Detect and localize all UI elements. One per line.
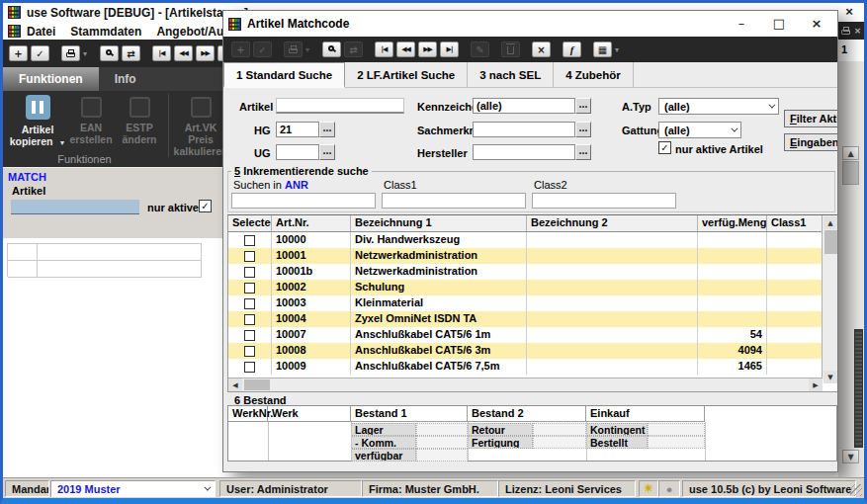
- row-checkbox[interactable]: [244, 283, 255, 294]
- scrollbar-down-button[interactable]: ▼: [842, 450, 859, 463]
- background-tab-fragment: 1: [838, 40, 864, 61]
- hersteller-lookup-button[interactable]: …: [575, 144, 591, 160]
- gattung-select[interactable]: (alle): [658, 122, 741, 138]
- table-row[interactable]: 10003Kleinmaterial: [228, 295, 838, 311]
- scroll-up-icon[interactable]: ▲: [824, 216, 837, 229]
- sun-icon[interactable]: ☀: [639, 480, 658, 497]
- table-row[interactable]: 10001Netzwerkadministration: [228, 248, 838, 264]
- suchen-in-field-name: ANR: [285, 179, 308, 191]
- fx-button[interactable]: f: [563, 42, 581, 57]
- print-button[interactable]: [61, 45, 80, 61]
- table-vertical-scrollbar[interactable]: ▲ ▼: [822, 215, 838, 379]
- menu-item-stammdaten[interactable]: Stammdaten: [70, 25, 141, 39]
- scroll-right-icon[interactable]: ▶: [809, 378, 823, 391]
- row-checkbox[interactable]: [244, 298, 255, 309]
- dialog-close-button[interactable]: ×: [806, 15, 827, 33]
- row-checkbox[interactable]: [244, 362, 255, 373]
- nav-prev-button[interactable]: ◀◀: [396, 42, 415, 57]
- mandant-select[interactable]: 2019 Muster: [50, 480, 216, 497]
- atyp-select[interactable]: (alle): [658, 98, 779, 115]
- nav-prev-button[interactable]: ◀◀: [174, 45, 193, 61]
- scrollbar-thumb[interactable]: [842, 161, 859, 185]
- dropdown-caret-icon[interactable]: ▾: [305, 45, 309, 54]
- atyp-label: A.Typ: [622, 101, 651, 113]
- tab-4-zubeh-r[interactable]: 4 Zubehör: [554, 62, 634, 88]
- row-checkbox[interactable]: [244, 346, 255, 357]
- row-checkbox[interactable]: [244, 314, 255, 325]
- row-checkbox[interactable]: [244, 267, 255, 278]
- eingaben-button[interactable]: Eingaben: [784, 133, 838, 151]
- hersteller-input[interactable]: [473, 144, 575, 160]
- grid-button[interactable]: ▦: [593, 42, 612, 57]
- match-nur-aktive-checkbox[interactable]: ✓: [199, 200, 212, 212]
- match-artikel-input[interactable]: [11, 200, 139, 214]
- column-header-selected[interactable]: Selected: [228, 215, 272, 231]
- search-button[interactable]: [322, 42, 341, 57]
- table-row[interactable]: 10009Anschlußkabel CAT5/6 7,5m1465: [228, 359, 838, 375]
- table-hscroll-thumb[interactable]: [244, 379, 270, 390]
- ribbon-button-label: EANerstellen: [69, 122, 112, 145]
- nav-last-button[interactable]: ▶|: [440, 42, 459, 57]
- menu-item-datei[interactable]: Datei: [27, 25, 55, 39]
- confirm-button[interactable]: ✓: [31, 45, 49, 61]
- cell-menge: 4094: [698, 343, 767, 359]
- column-header-class1[interactable]: Class1: [767, 215, 823, 231]
- resize-grip[interactable]: [850, 484, 862, 496]
- column-header-bezeichnung-1[interactable]: Bezeichnung 1: [351, 215, 527, 231]
- table-row[interactable]: 10008Anschlußkabel CAT5/6 3m4094: [228, 343, 838, 359]
- table-row[interactable]: 10002Schulung: [228, 280, 838, 295]
- row-checkbox[interactable]: [244, 235, 255, 246]
- row-checkbox[interactable]: [244, 251, 255, 262]
- cell-bez1: Anschlußkabel CAT5/6 7,5m: [351, 359, 527, 375]
- table-vscroll-thumb[interactable]: [824, 230, 837, 254]
- dialog-minimize-button[interactable]: –: [731, 15, 752, 33]
- outer-scrollbar[interactable]: [854, 329, 863, 448]
- refresh-button[interactable]: ⇄: [122, 45, 140, 61]
- scrollbar-up-button[interactable]: ▲: [842, 146, 859, 160]
- nur-aktive-artikel-checkbox[interactable]: ✓: [658, 141, 671, 154]
- row-checkbox[interactable]: [244, 330, 255, 341]
- hg-input[interactable]: [276, 122, 319, 137]
- ug-input[interactable]: [276, 144, 319, 160]
- dropdown-caret-icon[interactable]: ▾: [83, 49, 87, 58]
- table-row[interactable]: 10007Anschlußkabel CAT5/6 1m54: [228, 327, 838, 343]
- artikel-input[interactable]: [276, 98, 404, 114]
- table-horizontal-scrollbar[interactable]: ◀ ▶: [228, 378, 823, 391]
- column-header-verf-g-menge[interactable]: verfüg.Menge: [698, 215, 767, 231]
- dropdown-caret-icon[interactable]: ▾: [615, 45, 619, 54]
- class2-input[interactable]: [532, 193, 676, 209]
- globe-icon[interactable]: ●: [658, 480, 680, 497]
- tab-3-nach-sel[interactable]: 3 nach SEL: [468, 62, 554, 88]
- table-row[interactable]: 10004Zyxel OmniNet ISDN TA: [228, 311, 838, 327]
- nav-next-button[interactable]: ▶▶: [418, 42, 437, 57]
- table-row[interactable]: 10000Div. Handwerkszeug: [228, 232, 838, 248]
- ribbon-tab-funktionen[interactable]: Funktionen: [3, 67, 99, 91]
- column-header-bezeichnung-2[interactable]: Bezeichnung 2: [527, 215, 698, 231]
- tab-1-standard-suche[interactable]: 1 Standard Suche: [223, 62, 345, 88]
- tab-2-lf-artikel-suche[interactable]: 2 LF.Artikel Suche: [345, 62, 468, 88]
- add-button[interactable]: +: [9, 45, 28, 61]
- column-header-art-nr-[interactable]: Art.Nr.: [272, 215, 351, 231]
- kennzeichen-input[interactable]: [473, 98, 575, 114]
- nav-first-button[interactable]: |◀: [375, 42, 393, 57]
- nav-next-icon: ▶▶: [423, 45, 432, 53]
- dialog-maximize-button[interactable]: □: [768, 15, 790, 33]
- hg-lookup-button[interactable]: …: [319, 122, 335, 137]
- main-close-button[interactable]: ×: [840, 4, 858, 20]
- close-x-button[interactable]: ×: [532, 42, 551, 57]
- search-button[interactable]: [100, 45, 119, 61]
- scroll-left-icon[interactable]: ◀: [228, 378, 242, 391]
- filter-aktivieren-button[interactable]: Filter Akti: [784, 110, 838, 127]
- suchen-in-input[interactable]: [231, 193, 376, 209]
- table-row[interactable]: 10001bNetzwerkadministration: [228, 264, 838, 280]
- ribbon-tab-info[interactable]: Info: [99, 67, 152, 91]
- sachmerkmale-input[interactable]: [473, 122, 575, 137]
- artikel-kopieren-button[interactable]: Artikelkopieren ▼: [9, 95, 66, 160]
- sachmerkmale-lookup-button[interactable]: …: [575, 122, 591, 137]
- nav-next-button[interactable]: ▶▶: [196, 45, 215, 61]
- kennzeichen-lookup-button[interactable]: …: [575, 98, 591, 114]
- nav-first-button[interactable]: |◀: [152, 45, 171, 61]
- scroll-down-icon[interactable]: ▼: [824, 371, 837, 383]
- class1-input[interactable]: [382, 193, 526, 209]
- ug-lookup-button[interactable]: …: [319, 144, 335, 160]
